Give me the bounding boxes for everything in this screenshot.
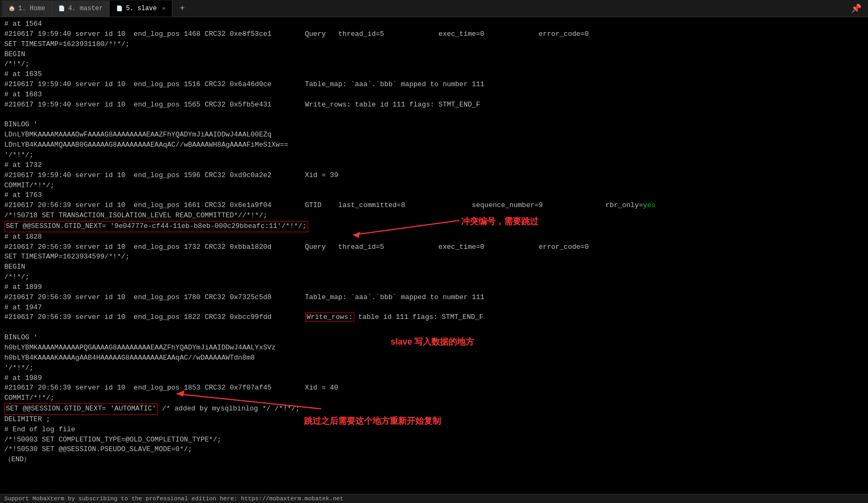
line-35: '/*!*/; <box>4 363 864 374</box>
line-33: h0bLYBMKAAAAMAAAAAPQGAAAAG8AAAAAAAAEAAZF… <box>4 343 864 353</box>
slave-icon: 📄 <box>116 5 123 12</box>
tab-master-label: 4. master <box>68 5 103 12</box>
line-28: #210617 20:56:39 server id 10 end_log_po… <box>4 293 864 303</box>
line-34: h0bLYB4KAAAAKAAAAgAAB4HAAAAAG8AAAAAAAAEA… <box>4 353 864 363</box>
line-40: DELIMITER ; <box>4 415 864 425</box>
line-10 <box>4 110 864 120</box>
line-16: #210617 19:59:40 server id 10 end_log_po… <box>4 171 864 181</box>
line-38: COMMIT/*!*/; <box>4 393 864 403</box>
line-17: COMMIT/*!*/; <box>4 181 864 191</box>
tab-close-icon[interactable]: ✕ <box>162 5 166 12</box>
line-2: #210617 19:59:40 server id 10 end_log_po… <box>4 29 864 40</box>
tab-home[interactable]: 🏠 1. Home <box>2 1 52 17</box>
line-44: （END） <box>4 455 864 465</box>
tab-bar: 🏠 1. Home 📄 4. master 📄 5. slave ✕ + 📌 <box>0 0 868 17</box>
terminal[interactable]: # at 1564 #210617 19:59:40 server id 10 … <box>0 17 868 467</box>
line-42: /*!50003 SET COMPLETION_TYPE=@OLD_COMPLE… <box>4 435 864 445</box>
line-32: BINLOG ' <box>4 333 864 343</box>
bottom-bar-text: Support MobaXterm by subscribing to the … <box>4 496 344 502</box>
line-12: LDnLYBMKAAAAMAAAAOwFAAAAG8AAAAAAAAEAAZFh… <box>4 130 864 140</box>
master-icon: 📄 <box>58 5 65 12</box>
line-27: # at 1899 <box>4 283 864 293</box>
line-13: LDnLYB4KAAAAMQAAAB0GAAAAAG8AAAAAAAAEAAqA… <box>4 140 864 150</box>
line-9: #210617 19:59:40 server id 10 end_log_po… <box>4 100 864 110</box>
line-5: /*!*/; <box>4 59 864 70</box>
pin-icon: 📌 <box>851 3 866 14</box>
bottom-bar: Support MobaXterm by subscribing to the … <box>0 494 868 503</box>
line-11: BINLOG ' <box>4 120 864 130</box>
line-1: # at 1564 <box>4 19 864 29</box>
line-24: SET TIMESTAMP=1623934599/*!*/; <box>4 252 864 262</box>
line-20: /*!50718 SET TRANSACTION_ISOLATION_LEVEL… <box>4 211 864 221</box>
line-14: '/*!*/; <box>4 150 864 161</box>
line-29: # at 1947 <box>4 303 864 313</box>
home-icon: 🏠 <box>9 5 15 12</box>
line-43: /*!50530 SET @@SESSION.PSEUDO_SLAVE_MODE… <box>4 445 864 455</box>
line-18: # at 1763 <box>4 190 864 201</box>
tab-home-label: 1. Home <box>18 5 45 12</box>
tab-master[interactable]: 📄 4. master <box>52 1 110 17</box>
line-37: #210617 20:56:39 server id 10 end_log_po… <box>4 383 864 393</box>
tab-slave[interactable]: 📄 5. slave ✕ <box>110 1 172 17</box>
line-26: /*!*/; <box>4 272 864 283</box>
line-23: #210617 20:56:39 server id 10 end_log_po… <box>4 242 864 253</box>
line-6: # at 1635 <box>4 70 864 80</box>
terminal-wrapper: # at 1564 #210617 19:59:40 server id 10 … <box>0 17 868 467</box>
tab-slave-label: 5. slave <box>126 5 157 12</box>
line-22: # at 1828 <box>4 232 864 242</box>
line-15: # at 1732 <box>4 161 864 171</box>
gtid-line: SET @@SESSION.GTID_NEXT= '9e04777e-cf44-… <box>4 221 864 232</box>
line-36: # at 1989 <box>4 374 864 384</box>
line-4: BEGIN <box>4 50 864 60</box>
tab-add-button[interactable]: + <box>174 1 189 16</box>
automatic-gtid-line: SET @@SESSION.GTID_NEXT= 'AUTOMATIC' /* … <box>4 403 864 415</box>
line-31 <box>4 323 864 333</box>
line-19: #210617 20:56:39 server id 10 end_log_po… <box>4 201 864 211</box>
write-rows-line: #210617 20:56:39 server id 10 end_log_po… <box>4 313 864 323</box>
line-8: # at 1683 <box>4 90 864 100</box>
line-25: BEGIN <box>4 262 864 272</box>
line-41: # End of log file <box>4 425 864 435</box>
line-3: SET TIMESTAMP=1623931180/*!*/; <box>4 40 864 50</box>
line-7: #210617 19:59:40 server id 10 end_log_po… <box>4 80 864 90</box>
